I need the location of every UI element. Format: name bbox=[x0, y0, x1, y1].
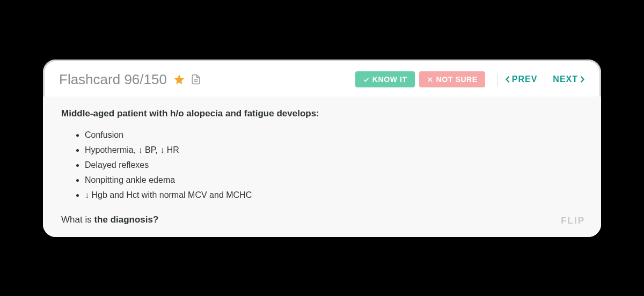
question-prefix: What is bbox=[61, 214, 94, 225]
star-icon[interactable] bbox=[173, 73, 185, 85]
flashcard: Flashcard 96/150 KNOW IT NOT SURE PREV N… bbox=[43, 60, 601, 237]
card-lead-text: Middle-aged patient with h/o alopecia an… bbox=[61, 108, 583, 119]
divider bbox=[497, 73, 497, 86]
flip-button[interactable]: FLIP bbox=[561, 216, 585, 226]
question-bold: the diagnosis? bbox=[94, 214, 158, 225]
card-body: Middle-aged patient with h/o alopecia an… bbox=[43, 97, 601, 237]
symptom-list: Confusion Hypothermia, ↓ BP, ↓ HR Delaye… bbox=[85, 128, 583, 203]
not-sure-button[interactable]: NOT SURE bbox=[419, 71, 485, 87]
divider bbox=[545, 73, 545, 86]
prev-label: PREV bbox=[512, 75, 538, 84]
know-it-button[interactable]: KNOW IT bbox=[355, 71, 415, 87]
card-title: Flashcard 96/150 bbox=[59, 71, 167, 88]
note-icon[interactable] bbox=[191, 74, 201, 85]
know-it-label: KNOW IT bbox=[372, 75, 407, 84]
question-text: What is the diagnosis? bbox=[61, 214, 583, 225]
list-item: Confusion bbox=[85, 128, 583, 143]
not-sure-label: NOT SURE bbox=[436, 75, 478, 84]
list-item: Nonpitting ankle edema bbox=[85, 173, 583, 188]
next-button[interactable]: NEXT bbox=[553, 75, 585, 84]
list-item: ↓ Hgb and Hct with normal MCV and MCHC bbox=[85, 188, 583, 203]
list-item: Delayed reflexes bbox=[85, 158, 583, 173]
card-header: Flashcard 96/150 KNOW IT NOT SURE PREV N… bbox=[43, 60, 601, 97]
next-label: NEXT bbox=[553, 75, 578, 84]
list-item: Hypothermia, ↓ BP, ↓ HR bbox=[85, 143, 583, 158]
prev-button[interactable]: PREV bbox=[505, 75, 538, 84]
